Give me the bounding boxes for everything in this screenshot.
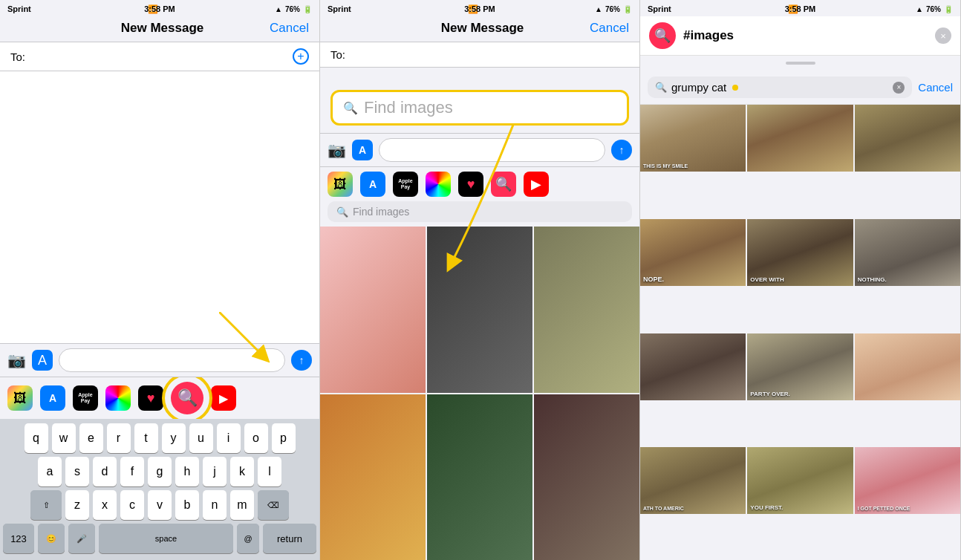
key-at[interactable]: @	[237, 524, 259, 553]
key-j[interactable]: j	[203, 457, 227, 486]
key-shift[interactable]: ⇧	[30, 490, 62, 520]
to-field-1: To: +	[0, 42, 319, 71]
gif-cell-2[interactable]	[427, 227, 532, 393]
send-button-1[interactable]: ↑	[291, 350, 312, 371]
color-app-icon-1[interactable]	[105, 385, 131, 411]
heart-app-icon-2[interactable]: ♥	[458, 172, 483, 197]
keyboard-1: q w e r t y u i o p a s d f g h j k l ⇧ …	[0, 419, 319, 560]
cat-cell-6[interactable]: NOTHING.	[855, 219, 960, 286]
key-t[interactable]: t	[134, 423, 158, 453]
key-h[interactable]: h	[175, 457, 199, 486]
key-z[interactable]: z	[65, 490, 89, 520]
key-r[interactable]: r	[107, 423, 131, 453]
send-button-2[interactable]: ↑	[611, 140, 632, 160]
color-app-icon-2[interactable]	[426, 172, 451, 197]
key-d[interactable]: d	[93, 457, 117, 486]
cancel-button-2[interactable]: Cancel	[590, 21, 629, 36]
key-b[interactable]: b	[175, 490, 199, 520]
key-o[interactable]: o	[244, 423, 268, 453]
key-v[interactable]: v	[148, 490, 172, 520]
heart-app-icon-1[interactable]: ♥	[138, 385, 163, 411]
gif-cell-5[interactable]	[427, 394, 532, 561]
key-n[interactable]: n	[203, 490, 227, 520]
appstore-app-icon-1[interactable]: A	[40, 385, 65, 411]
applepay-app-icon-1[interactable]: ApplePay	[73, 385, 98, 411]
search-field-3[interactable]: 🔍 grumpy cat ×	[648, 76, 912, 98]
youtube-app-icon-1[interactable]: ▶	[211, 385, 236, 411]
cat-label-12: I GOT PETTED ONCE	[858, 506, 910, 511]
globe-search-inner-icon-1: 🔍	[177, 388, 198, 408]
cat-cell-7[interactable]	[640, 333, 746, 400]
key-123[interactable]: 123	[3, 524, 34, 553]
cat-cell-4[interactable]: NOPE.	[640, 219, 746, 286]
photos-app-icon-1[interactable]: 🖼	[7, 385, 33, 411]
photos-app-icon-2[interactable]: 🖼	[328, 172, 353, 197]
nav-title-2: New Message	[441, 21, 524, 36]
message-input-2[interactable]	[379, 138, 605, 162]
panel3-close-button[interactable]: ×	[935, 27, 951, 44]
find-images-small-text: Find images	[353, 206, 409, 218]
key-q[interactable]: q	[25, 423, 48, 453]
key-emoji[interactable]: 😊	[38, 524, 65, 553]
key-u[interactable]: u	[189, 423, 213, 453]
key-a[interactable]: a	[38, 457, 62, 486]
cat-cell-baby[interactable]	[855, 333, 960, 400]
globe-search-app-icon-1[interactable]: 🔍	[171, 382, 203, 414]
applepay-app-icon-2[interactable]: ApplePay	[393, 172, 418, 197]
cat-cell-1[interactable]: THIS IS MY SMILE	[640, 105, 746, 172]
key-s[interactable]: s	[65, 457, 89, 486]
cat-cell-3[interactable]	[855, 105, 960, 172]
to-input-2[interactable]	[350, 48, 629, 61]
cancel-button-1[interactable]: Cancel	[270, 21, 309, 36]
cat-cell-5[interactable]: OVER WITH	[747, 219, 853, 286]
key-mic[interactable]: 🎤	[68, 524, 95, 553]
key-x[interactable]: x	[93, 490, 117, 520]
message-input-1[interactable]	[59, 348, 285, 372]
search-field-value-3: grumpy cat	[671, 81, 726, 94]
cat-cell-10[interactable]: ATH TO AMERIC	[640, 447, 746, 514]
key-backspace[interactable]: ⌫	[258, 490, 289, 520]
search-clear-button-3[interactable]: ×	[893, 82, 905, 94]
nav-bar-2: New Message Cancel	[320, 16, 639, 42]
key-i[interactable]: i	[217, 423, 241, 453]
youtube-app-icon-2[interactable]: ▶	[524, 172, 549, 197]
to-input-1[interactable]	[30, 51, 293, 63]
find-images-large-search[interactable]: 🔍 Find images	[330, 90, 629, 126]
key-g[interactable]: g	[148, 457, 172, 486]
key-row-bottom: 123 😊 🎤 space @ return	[3, 524, 316, 553]
panel3-header: 🔍 #images ×	[640, 16, 960, 56]
gif-cell-6[interactable]	[534, 394, 639, 561]
right-icons-3: ▲ 76% 🔋	[916, 5, 953, 13]
key-c[interactable]: c	[120, 490, 144, 520]
key-w[interactable]: w	[52, 423, 76, 453]
camera-icon-1[interactable]: 📷	[7, 351, 26, 369]
key-l[interactable]: l	[258, 457, 281, 486]
find-images-small-bar[interactable]: 🔍 Find images	[328, 201, 632, 222]
scroll-indicator	[786, 62, 815, 65]
panel3-cancel-button[interactable]: Cancel	[918, 81, 953, 94]
to-label-2: To:	[330, 48, 345, 61]
gif-cell-4[interactable]	[320, 394, 426, 561]
cat-cell-2[interactable]	[747, 105, 853, 172]
appstore-app-icon-2[interactable]: A	[360, 172, 385, 197]
cat-cell-11[interactable]: YOU FIRST.	[747, 447, 853, 514]
key-return[interactable]: return	[263, 524, 316, 553]
cat-label-5: OVER WITH	[750, 276, 784, 283]
key-k[interactable]: k	[230, 457, 254, 486]
gif-cell-1[interactable]	[320, 227, 426, 393]
cat-cell-8[interactable]: PARTY OVER.	[747, 333, 853, 400]
key-y[interactable]: y	[162, 423, 186, 453]
add-recipient-button-1[interactable]: +	[293, 48, 309, 65]
appstore-icon-2[interactable]: A	[352, 140, 373, 160]
key-m[interactable]: m	[230, 490, 254, 520]
camera-icon-2[interactable]: 📷	[328, 141, 346, 159]
key-e[interactable]: e	[79, 423, 103, 453]
gif-cell-3[interactable]	[534, 227, 639, 393]
key-f[interactable]: f	[120, 457, 144, 486]
key-space[interactable]: space	[99, 524, 233, 553]
key-p[interactable]: p	[272, 423, 296, 453]
globe-search-app-icon-2[interactable]: 🔍	[491, 172, 516, 197]
appstore-icon-1[interactable]: A	[32, 350, 53, 371]
cat-cell-12[interactable]: I GOT PETTED ONCE	[855, 447, 960, 514]
status-bar-2: Sprint 📶 3:58 PM ▲ 76% 🔋	[320, 0, 639, 16]
